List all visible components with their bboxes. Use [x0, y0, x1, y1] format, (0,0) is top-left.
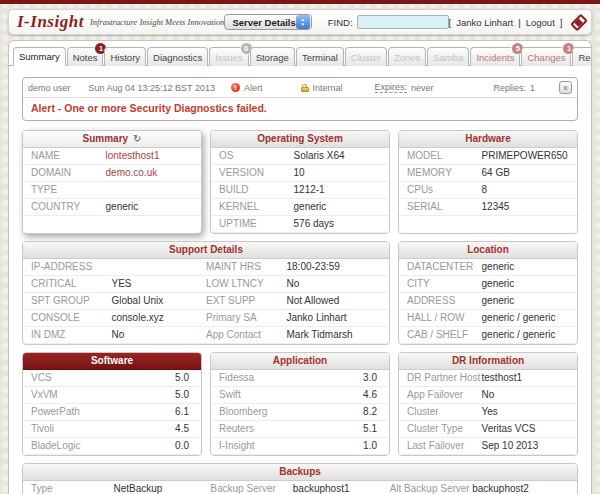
tab-terminal[interactable]: Terminal — [296, 47, 344, 66]
field-value: 1.0 — [363, 440, 381, 452]
field-label: OS — [219, 150, 294, 162]
field-cell: Swift4.6 — [219, 389, 381, 401]
tab-label: Terminal — [302, 52, 338, 63]
main-content: SummaryNotes1HistoryDiagnosticsIssues0St… — [8, 40, 592, 494]
tab-diagnostics[interactable]: Diagnostics — [147, 47, 208, 66]
field-cell: NAMElontesthost1 — [31, 150, 193, 162]
tab-label: Samba — [433, 52, 463, 63]
tab-bar: SummaryNotes1HistoryDiagnosticsIssues0St… — [9, 41, 591, 66]
tab-summary[interactable]: Summary — [13, 47, 66, 66]
select-stepper-icon: ▲ ▼ — [296, 15, 310, 29]
field-cell: PowerPath6.1 — [31, 406, 193, 418]
field-value: Yes — [482, 406, 498, 418]
field-row: Tivoli4.5 — [23, 421, 201, 438]
field-cell: DATACENTERgeneric — [407, 261, 569, 273]
panel-body: Fidessa3.0Swift4.6Bloomberg8.2Reuters5.1… — [211, 370, 389, 455]
field-row: App FailoverNo — [399, 387, 577, 404]
field-value: backuphost1 — [293, 483, 350, 494]
field-row: VCS5.0 — [23, 370, 201, 387]
field-label: Reuters — [219, 423, 363, 435]
field-label: CRITICAL — [31, 278, 112, 290]
field-value: testhost1 — [482, 372, 523, 384]
field-label: VxVM — [31, 389, 175, 401]
nav-select[interactable]: Server Details ▲ ▼ — [224, 14, 311, 30]
field-cell: LOW LTNCYNo — [206, 278, 381, 290]
panel-application: ApplicationFidessa3.0Swift4.6Bloomberg8.… — [210, 352, 390, 456]
bracket-close: ] — [560, 17, 563, 28]
note-type: ! Alert — [231, 83, 263, 93]
close-button[interactable]: x — [559, 81, 572, 94]
tab-samba[interactable]: Samba — [427, 47, 469, 66]
tab-zones[interactable]: Zones — [388, 47, 426, 66]
bracket-open: [ — [449, 17, 452, 28]
field-label: Primary SA — [206, 312, 287, 324]
logout-link[interactable]: Logout — [526, 17, 555, 28]
refresh-icon[interactable]: ↻ — [133, 133, 141, 144]
tab-changes[interactable]: Changes1 — [521, 47, 571, 66]
alert-icon: ! — [231, 83, 240, 92]
note-timestamp: Sun Aug 04 13:25:12 BST 2013 — [89, 83, 215, 93]
panel-grid: Summary↻NAMElontesthost1DOMAINdemo.co.uk… — [22, 130, 578, 494]
field-label: Tivoli — [31, 423, 175, 435]
tab-cluster[interactable]: Cluster — [345, 47, 387, 66]
field-cell: MAINT HRS18:00-23:59 — [206, 261, 381, 273]
field-label: Bloomberg — [219, 406, 363, 418]
field-row: NAMElontesthost1 — [23, 148, 201, 165]
field-row: ClusterYes — [399, 404, 577, 421]
field-label: DOMAIN — [31, 167, 106, 179]
field-cell: MODELPRIMEPOWER650 — [407, 150, 569, 162]
panel-operating-system: Operating SystemOSSolaris X64VERSION10BU… — [210, 130, 390, 234]
field-row: BladeLogic0.0 — [23, 438, 201, 455]
panel-dr-information: DR InformationDR Partner Hosttesthost1Ap… — [398, 352, 578, 456]
field-value: 5.0 — [175, 372, 193, 384]
field-value: lontesthost1 — [106, 150, 160, 162]
field-value: Janko Linhart — [287, 312, 347, 324]
field-value: No — [287, 278, 300, 290]
panel-backups: BackupsTypeNetBackupBackup Serverbackuph… — [22, 463, 578, 494]
field-row: IN DMZNoApp ContactMark Tidmarsh — [23, 327, 389, 344]
field-cell: VCS5.0 — [31, 372, 193, 384]
field-label: UPTIME — [219, 218, 294, 230]
tab-reports[interactable]: Reports — [572, 47, 592, 66]
field-value: 0.0 — [175, 440, 193, 452]
field-row: I-Insight1.0 — [211, 438, 389, 455]
field-value: generic — [106, 201, 139, 213]
field-label: Type — [31, 483, 113, 494]
field-value: generic — [482, 295, 515, 307]
field-row: HALL / ROWgeneric / generic — [399, 310, 577, 327]
tab-history[interactable]: History — [104, 47, 146, 66]
tab-incidents[interactable]: Incidents5 — [470, 47, 520, 66]
find-input[interactable] — [357, 15, 449, 29]
field-label: Cluster — [407, 406, 482, 418]
note-visibility-label: Internal — [313, 83, 343, 93]
field-value: 12345 — [482, 201, 510, 213]
field-value: 1212-1 — [294, 184, 325, 196]
field-value: demo.co.uk — [106, 167, 158, 179]
field-cell: DOMAINdemo.co.uk — [31, 167, 193, 179]
field-label: IN DMZ — [31, 329, 112, 341]
field-label: Backup Server — [210, 483, 292, 494]
tab-storage[interactable]: Storage — [250, 47, 295, 66]
tab-notes[interactable]: Notes1 — [67, 47, 104, 66]
field-value: 3.0 — [363, 372, 381, 384]
panel-title: Software — [91, 355, 133, 366]
field-label: MAINT HRS — [206, 261, 287, 273]
user-name-link[interactable]: Janko Linhart — [456, 17, 513, 28]
field-label: ADDRESS — [407, 295, 482, 307]
field-label: VCS — [31, 372, 175, 384]
field-label: Alt Backup Server — [390, 483, 472, 494]
field-row: CRITICALYESLOW LTNCYNo — [23, 276, 389, 293]
note-meta-row: demo user Sun Aug 04 13:25:12 BST 2013 !… — [23, 78, 577, 98]
field-row: COUNTRYgeneric — [23, 199, 201, 216]
field-value: Mark Tidmarsh — [287, 329, 353, 341]
field-label: NAME — [31, 150, 106, 162]
field-value: 4.6 — [363, 389, 381, 401]
panel-title: Application — [273, 355, 327, 366]
field-row: TYPE — [23, 182, 201, 199]
field-value: 5.1 — [363, 423, 381, 435]
field-label: CITY — [407, 278, 482, 290]
field-value: No — [482, 389, 495, 401]
field-row: ADDRESSgeneric — [399, 293, 577, 310]
field-row: UPTIME576 days — [211, 216, 389, 233]
tab-issues[interactable]: Issues0 — [209, 47, 248, 66]
